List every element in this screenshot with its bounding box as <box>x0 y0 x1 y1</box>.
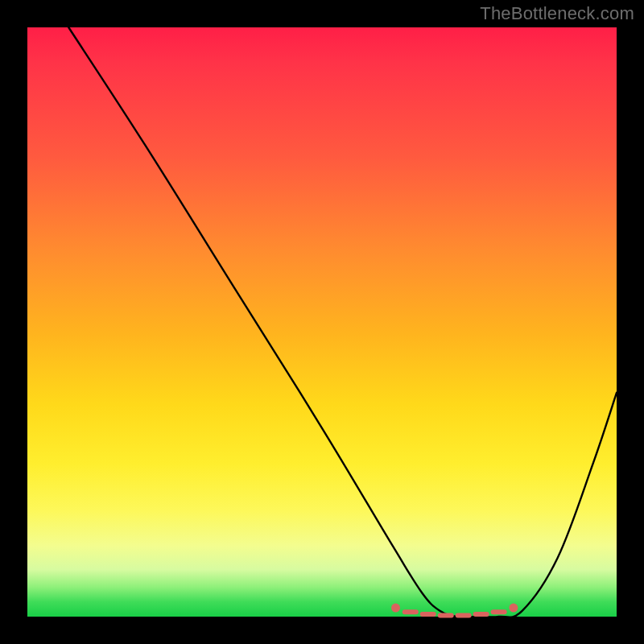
watermark-text: TheBottleneck.com <box>480 3 634 24</box>
marker-endcap <box>391 604 400 613</box>
marker-endcap <box>509 604 518 613</box>
curve-svg <box>27 27 617 617</box>
plot-area <box>27 27 617 617</box>
chart-frame: TheBottleneck.com <box>0 0 644 644</box>
bottleneck-curve <box>68 27 617 617</box>
optimal-range-markers <box>391 604 518 616</box>
